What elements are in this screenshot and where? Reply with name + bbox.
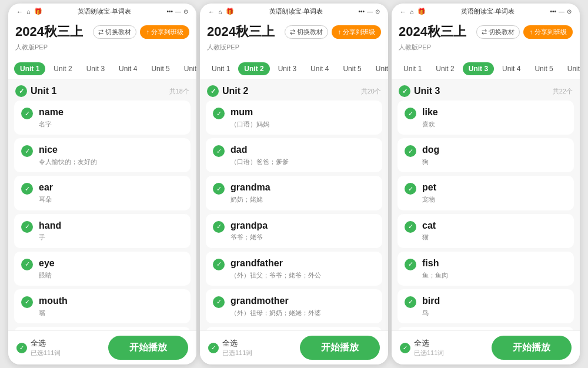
- word-item[interactable]: ✓ grandma 奶奶；姥姥: [206, 176, 382, 210]
- word-item[interactable]: ✓ hand 手: [14, 214, 191, 248]
- word-item[interactable]: ✓ dad （口语）爸爸；爹爹: [206, 138, 382, 172]
- word-content: mouth 嘴: [39, 295, 183, 317]
- select-all-area[interactable]: ✓ 全选 已选111词: [400, 338, 444, 357]
- home-icon[interactable]: ⌂: [410, 8, 414, 15]
- tab-unit-6[interactable]: Unit 6: [370, 62, 388, 75]
- bottom-bar: ✓ 全选 已选111词 开始播放: [392, 330, 580, 364]
- word-item[interactable]: ✓ grandmother （外）祖母；奶奶；姥姥；外婆: [206, 289, 382, 323]
- tab-unit-2[interactable]: Unit 2: [48, 62, 78, 75]
- select-all-label: 全选: [31, 338, 61, 349]
- word-item[interactable]: ✓ grandfather （外）祖父；爷爷；姥爷；外公: [206, 252, 382, 286]
- back-icon[interactable]: ←: [16, 8, 23, 15]
- tab-unit-5[interactable]: Unit 5: [145, 62, 175, 75]
- share-icon: ↑: [529, 28, 533, 35]
- word-item[interactable]: ✓ mum （口语）妈妈: [206, 101, 382, 135]
- home-icon[interactable]: ⌂: [218, 8, 222, 15]
- unit-count: 共18个: [169, 87, 189, 96]
- tab-unit-3[interactable]: Unit 3: [272, 62, 302, 75]
- word-item[interactable]: ✓ nice 令人愉快的；友好的: [14, 138, 191, 172]
- word-content: eye 眼睛: [39, 257, 183, 280]
- word-content: name 名字: [39, 106, 183, 129]
- subtitle: 人教版PEP: [399, 43, 573, 52]
- select-all-label: 全选: [414, 338, 444, 349]
- tab-unit-2[interactable]: Unit 2: [430, 62, 460, 75]
- back-icon[interactable]: ←: [208, 8, 215, 15]
- tab-unit-4[interactable]: Unit 4: [496, 62, 526, 75]
- select-all-area[interactable]: ✓ 全选 已选111词: [208, 338, 252, 357]
- minimize-icon[interactable]: —: [367, 8, 373, 15]
- word-item[interactable]: ✓ pet 宠物: [397, 176, 574, 210]
- unit-header-title: ✓ Unit 1: [15, 85, 56, 97]
- word-english: bird: [422, 295, 567, 307]
- unit-title-text: Unit 2: [222, 86, 248, 96]
- word-english: grandmother: [230, 295, 375, 307]
- word-chinese: （外）祖母；奶奶；姥姥；外婆: [230, 309, 375, 317]
- tab-unit-1[interactable]: Unit 1: [397, 62, 427, 75]
- word-english: grandma: [230, 182, 375, 194]
- word-content: dog 狗: [422, 144, 567, 166]
- gift-icon[interactable]: 🎁: [417, 8, 426, 15]
- word-check-icon: ✓: [405, 108, 416, 119]
- unit-header: ✓ Unit 3 共22个: [397, 79, 574, 101]
- share-to-class-button[interactable]: ↑ 分享到班级: [140, 25, 189, 39]
- tab-unit-1[interactable]: Unit 1: [14, 62, 45, 75]
- gift-icon[interactable]: 🎁: [226, 8, 234, 15]
- unit-header-title: ✓ Unit 3: [399, 85, 440, 97]
- start-play-button[interactable]: 开始播放: [492, 336, 572, 360]
- bottom-bar: ✓ 全选 已选111词 开始播放: [200, 330, 388, 364]
- home-icon[interactable]: ⌂: [26, 8, 31, 15]
- minimize-icon[interactable]: —: [175, 8, 181, 15]
- gift-icon[interactable]: 🎁: [34, 8, 42, 15]
- app-header: 2024秋三上 ⇄ 切换教材 ↑ 分享到班级 人教版PEP: [200, 18, 388, 59]
- select-all-check-icon: ✓: [16, 343, 27, 353]
- start-play-button[interactable]: 开始播放: [300, 336, 380, 360]
- tab-unit-3[interactable]: Unit 3: [81, 62, 111, 75]
- switch-textbook-button[interactable]: ⇄ 切换教材: [285, 25, 328, 39]
- unit-header-title: ✓ Unit 2: [207, 85, 248, 97]
- tab-unit-2[interactable]: Unit 2: [238, 62, 269, 75]
- start-play-button[interactable]: 开始播放: [108, 336, 188, 360]
- tab-unit-3[interactable]: Unit 3: [463, 62, 494, 75]
- more-icon[interactable]: •••: [550, 8, 556, 15]
- switch-textbook-button[interactable]: ⇄ 切换教材: [476, 25, 520, 39]
- word-check-icon: ✓: [213, 221, 225, 233]
- tab-unit-4[interactable]: Unit 4: [113, 62, 143, 75]
- word-check-icon: ✓: [213, 145, 225, 157]
- word-check-icon: ✓: [405, 145, 416, 157]
- status-bar: ← ⌂ 🎁 英语朗读宝-单词表 ••• — ⊙: [392, 4, 580, 18]
- word-item[interactable]: ✓ dog 狗: [397, 138, 574, 172]
- share-to-class-button[interactable]: ↑ 分享到班级: [332, 25, 381, 39]
- word-item[interactable]: ✓ ear 耳朵: [14, 176, 191, 210]
- select-all-area[interactable]: ✓ 全选 已选111词: [16, 338, 61, 357]
- word-check-icon: ✓: [21, 259, 33, 270]
- word-chinese: （外）祖父；爷爷；姥爷；外公: [230, 271, 375, 280]
- back-icon[interactable]: ←: [400, 8, 406, 15]
- tab-unit-5[interactable]: Unit 5: [529, 62, 559, 75]
- word-chinese: 喜欢: [422, 120, 567, 129]
- tab-unit-5[interactable]: Unit 5: [337, 62, 367, 75]
- tab-unit-6[interactable]: Unit 6: [562, 62, 580, 75]
- record-icon[interactable]: ⊙: [375, 8, 380, 15]
- switch-textbook-button[interactable]: ⇄ 切换教材: [93, 25, 136, 39]
- word-check-icon: ✓: [405, 296, 416, 308]
- word-item[interactable]: ✓ eye 眼睛: [14, 252, 191, 286]
- word-item[interactable]: ✓ grandpa 爷爷；姥爷: [206, 214, 382, 248]
- minimize-icon[interactable]: —: [559, 8, 564, 15]
- app-title: 2024秋三上: [207, 23, 275, 41]
- word-content: pet 宠物: [422, 182, 567, 204]
- word-content: grandma 奶奶；姥姥: [230, 182, 375, 204]
- record-icon[interactable]: ⊙: [567, 8, 572, 15]
- word-item[interactable]: ✓ bird 鸟: [397, 289, 574, 323]
- more-icon[interactable]: •••: [358, 8, 365, 15]
- word-item[interactable]: ✓ mouth 嘴: [14, 289, 191, 323]
- tab-unit-4[interactable]: Unit 4: [305, 62, 335, 75]
- word-item[interactable]: ✓ name 名字: [14, 101, 191, 135]
- more-icon[interactable]: •••: [166, 8, 173, 15]
- word-item[interactable]: ✓ cat 猫: [397, 214, 574, 248]
- word-item[interactable]: ✓ fish 鱼；鱼肉: [397, 252, 574, 286]
- tab-unit-1[interactable]: Unit 1: [206, 62, 236, 75]
- record-icon[interactable]: ⊙: [183, 8, 188, 15]
- share-to-class-button[interactable]: ↑ 分享到班级: [523, 25, 573, 39]
- word-item[interactable]: ✓ like 喜欢: [397, 101, 574, 135]
- tab-unit-6[interactable]: Unit 6: [178, 62, 196, 75]
